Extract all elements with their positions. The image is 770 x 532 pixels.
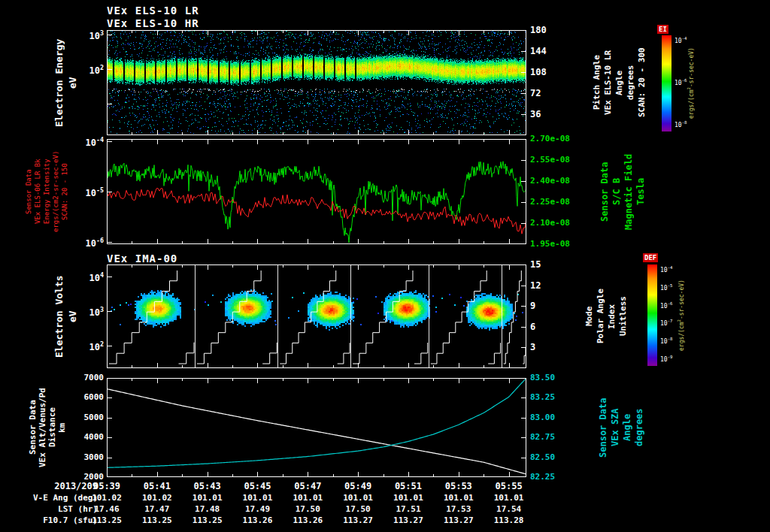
altitude-sza-line-canvas [107,378,526,477]
footer-row-value: 113.25 [185,516,230,524]
colorbar-units: ergs/(cm2-sr-sec-eV) [678,264,685,366]
p4_left-tick: 4000 [69,433,104,441]
p4_right-axis-title: Sensor Data [599,378,608,477]
footer-row-value: 113.27 [386,516,431,524]
p4_left-axis-title: VEx Alt/Venus/Pd [38,378,47,477]
footer-row-value: 17.47 [135,505,180,513]
colorbar-tag-def: DEF [643,253,658,262]
colorbar-tag-ei: EI [657,25,668,34]
colorbar-tick: 10-6 [675,79,687,86]
p3_right-axis-title: Index [608,264,616,368]
p3_right-axis-title: Polar Angle [596,264,605,368]
p4_left-axis-title: km [58,378,66,477]
p4_right-tick: 83.00 [530,413,555,422]
p3_left-axis-title: Electron Volts [54,264,64,368]
p2_left-tick: 10-6 [69,237,104,248]
p2_left-axis-title: Energy Intensity [44,139,50,244]
p2_right-axis-title: Magnetic Field [624,139,633,244]
p2_left-tick: 10-4 [69,137,104,147]
p1_right-axis-title: Angle [615,30,623,135]
footer-row-value: 17.48 [185,505,230,513]
footer-row-value: 17.51 [386,505,431,513]
p1_right-tick: 180 [530,26,547,35]
p1_right-tick: 108 [530,68,547,77]
footer-row-value: 17.50 [335,505,380,513]
p1_right-tick: 144 [530,47,547,56]
time-tick-label: 05:49 [335,482,380,491]
colorbar-def [647,264,657,366]
p4_right-tick: 82.25 [530,473,555,481]
colorbar-tick: 10-4 [660,266,672,274]
p4_left-axis-title: Sensor Data [29,378,37,477]
p2_right-axis-title: Tesla [636,139,645,244]
p4_right-tick: 82.50 [530,453,555,461]
footer-row-value: 113.25 [84,516,129,524]
p2_right-tick: 2.25e-08 [530,198,570,206]
p2_right-axis-title: S/C B [612,139,621,244]
p1_right-axis-title: Pitch Angle [593,30,601,135]
p2_left-tick: 10-5 [69,187,104,198]
footer-row-value: 101.02 [84,494,129,502]
footer-row-value: 101.01 [386,494,431,502]
p3_left-axis-title: eV [68,264,77,368]
p4_right-axis-title: Angle [623,378,632,477]
p2_right-tick: 1.95e-08 [530,240,570,248]
p4_right-tick: 83.50 [530,373,555,382]
els-pitch-spectrogram-canvas [107,30,526,135]
footer-row-value: 101.01 [487,494,532,502]
p3_right-tick: 6 [530,322,535,331]
p3_right-axis-title: Unitless [619,264,627,368]
footer-row-value: 113.26 [235,516,280,524]
colorbar-tick: 10-9 [660,355,672,363]
time-tick-label: 05:47 [285,482,330,491]
footer-row-value: 17.50 [285,505,330,513]
colorbar-tick: 10-8 [675,121,687,128]
p1_left-axis-title: Electron Energy [54,30,64,135]
colorbar-tick: 10-8 [660,337,672,345]
panel3-title: VEx IMA-00 [107,252,177,264]
p2_left-axis-title: SCAN: 20 - 150 [62,139,68,244]
p4_right-tick: 82.75 [530,433,555,441]
time-tick-label: 05:41 [135,482,180,491]
p1_left-axis-title: eV [68,30,77,135]
p2_right-tick: 2.55e-08 [530,156,570,164]
p2_left-axis-title: Sensor Data [26,139,32,244]
colorbar-tick: 10-7 [660,319,672,327]
footer-row-value: 113.27 [436,516,481,524]
p2_left-axis-title: ergs/(cm2-sr-sec-eV) [53,139,59,244]
footer-row-value: 17.46 [84,505,129,513]
footer-row-value: 101.01 [436,494,481,502]
time-tick-label: 05:45 [235,482,280,491]
footer-row-value: 113.25 [135,516,180,524]
ima-spectrogram-canvas [107,264,526,368]
footer-row-value: 17.53 [436,505,481,513]
footer-row-value: 113.28 [487,516,532,524]
p2_right-tick: 2.70e-08 [530,135,570,143]
p2_right-axis-title: Sensor Data [600,139,609,244]
time-tick-label: 05:55 [487,482,532,491]
p4_right-tick: 83.25 [530,393,555,401]
time-tick-label: 05:53 [436,482,481,491]
p3_right-tick: 12 [530,281,541,290]
p4_left-tick: 2000 [69,473,104,481]
colorbar-tick: 10-5 [660,284,672,292]
time-tick-label: 05:43 [185,482,230,491]
panel1-title-hr: VEx ELS-10 HR [107,17,199,29]
p2_right-tick: 2.10e-08 [530,219,570,227]
p3_right-tick: 9 [530,301,535,310]
footer-row-value: 101.02 [135,494,180,502]
time-tick-label: 05:39 [84,482,129,491]
p3_right-axis-title: Mode [585,264,593,368]
footer-row-value: 17.54 [487,505,532,513]
p4_left-tick: 6000 [69,393,104,401]
footer-row-value: 113.26 [285,516,330,524]
p1_right-axis-title: SCAN: 20 - 300 [638,30,646,135]
vex-quicklook-plot-screen: VEx ELS-10 LR VEx ELS-10 HR VEx IMA-00 1… [0,0,770,532]
p4_left-axis-title: Distance [48,378,56,477]
intensity-bfield-line-canvas [107,139,526,244]
p4_left-tick: 7000 [69,373,104,382]
p4_right-axis-title: degrees [635,378,644,477]
footer-row-value: 101.01 [185,494,230,502]
p3_right-tick: 15 [530,260,541,269]
p4_left-tick: 3000 [69,453,104,461]
